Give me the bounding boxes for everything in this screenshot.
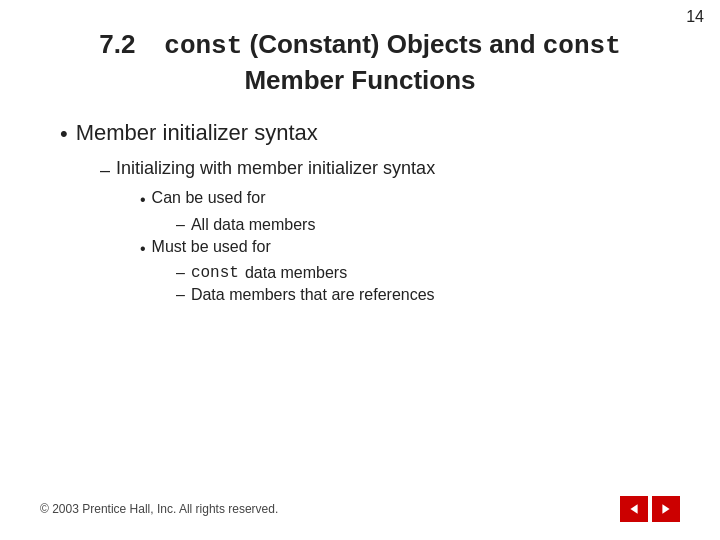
dash-sub-b1-mono: const: [191, 264, 239, 282]
bullet-dot-a: •: [140, 189, 146, 211]
content-area: • Member initializer syntax – Initializi…: [60, 120, 680, 305]
next-button[interactable]: [652, 496, 680, 522]
svg-marker-1: [662, 504, 669, 514]
footer: © 2003 Prentice Hall, Inc. All rights re…: [0, 496, 720, 522]
slide: 14 7.2 const (Constant) Objects and cons…: [0, 0, 720, 540]
main-bullet-1-text: Member initializer syntax: [76, 120, 318, 146]
sub-sub-sub-a: – All data members: [176, 216, 680, 234]
main-bullet-1: • Member initializer syntax: [60, 120, 680, 149]
bullet-sub-a-text: Can be used for: [152, 189, 266, 207]
dash-symbol-1: –: [100, 158, 110, 183]
dash-symbol-a1: –: [176, 216, 185, 234]
dash-sub-a1-text: All data members: [191, 216, 316, 234]
sub-sub-list: • Can be used for – All data members • M…: [140, 189, 680, 304]
dash-symbol-b2: –: [176, 286, 185, 304]
dash-item-1: – Initializing with member initializer s…: [100, 158, 680, 183]
nav-buttons: [620, 496, 680, 522]
bullet-sub-b: • Must be used for: [140, 238, 680, 260]
dash-sub-b1: – const data members: [176, 264, 680, 282]
bullet-sub-a: • Can be used for: [140, 189, 680, 211]
next-icon: [660, 503, 672, 515]
bullet-sub-b-text: Must be used for: [152, 238, 271, 256]
bullet-dot-b: •: [140, 238, 146, 260]
dash-symbol-b1: –: [176, 264, 185, 282]
svg-marker-0: [630, 504, 637, 514]
title-line-1: 7.2 const (Constant) Objects and const: [40, 28, 680, 64]
title-text-2: (Constant) Objects and: [242, 29, 542, 59]
section-number: 7.2: [99, 29, 135, 59]
copyright-text: © 2003 Prentice Hall, Inc. All rights re…: [40, 502, 278, 516]
prev-button[interactable]: [620, 496, 648, 522]
title-area: 7.2 const (Constant) Objects and const M…: [40, 28, 680, 98]
bullet-dot-main: •: [60, 120, 68, 149]
dash-sub-b1-rest: data members: [245, 264, 347, 282]
sub-sub-sub-b: – const data members – Data members that…: [176, 264, 680, 304]
dash-sub-a1: – All data members: [176, 216, 680, 234]
dash-sub-b2-text: Data members that are references: [191, 286, 435, 304]
title-line-2: Member Functions: [40, 64, 680, 98]
title-member-functions: Member Functions: [244, 65, 475, 95]
dash-sub-b2: – Data members that are references: [176, 286, 680, 304]
title-const-1: const: [164, 31, 242, 61]
title-const-2: const: [543, 31, 621, 61]
dash-item-1-text: Initializing with member initializer syn…: [116, 158, 435, 179]
sub-list-1: – Initializing with member initializer s…: [100, 158, 680, 304]
slide-number: 14: [686, 8, 704, 26]
prev-icon: [628, 503, 640, 515]
